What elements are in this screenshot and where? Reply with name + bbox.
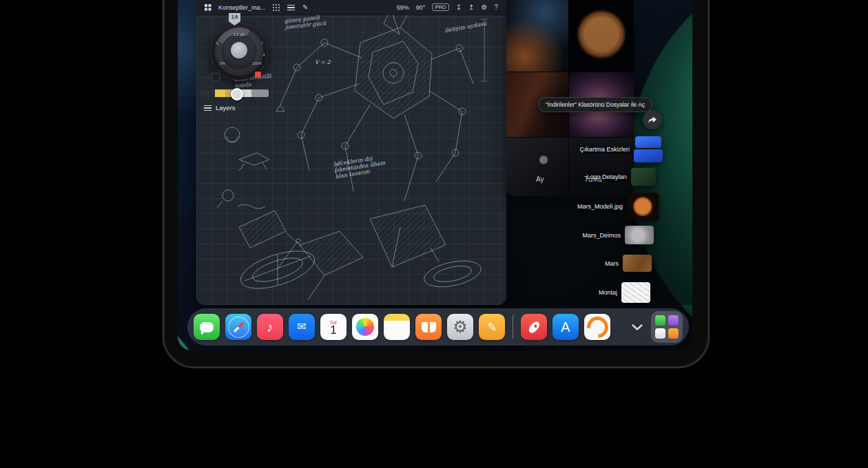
opacity-min-label: 0%: [220, 61, 225, 65]
drag-item-montage[interactable]: Montaj: [599, 282, 650, 303]
chevron-down-button[interactable]: [629, 319, 645, 335]
notes-app-icon[interactable]: [384, 314, 410, 340]
sticker-stack-thumbnail[interactable]: [634, 136, 663, 162]
drag-item-label: Logo Detayları: [586, 173, 627, 180]
flower-icon: [356, 318, 374, 336]
sketch-app-window: güneş paneli jeneratör gücü iletişim uyd…: [196, 0, 506, 305]
drag-item-logo[interactable]: Logo Detayları: [586, 168, 656, 186]
menu-icon[interactable]: [287, 5, 295, 10]
dock-divider: [513, 315, 513, 339]
mini-app-orange: [668, 328, 679, 339]
gear-icon: ⚙: [453, 319, 468, 335]
zoom-level[interactable]: 59%: [397, 4, 409, 11]
share-forward-button[interactable]: [643, 110, 662, 129]
logo-thumbnail[interactable]: [631, 168, 656, 186]
dock: ♪ ✉ Sal 1 ⚙ ✎ A: [187, 308, 689, 345]
document-title[interactable]: Konseptler_ma...: [218, 4, 265, 11]
compass-icon: [228, 317, 249, 338]
download-icon[interactable]: ↧: [456, 4, 462, 11]
sketch-pencil-app-icon[interactable]: ✎: [479, 314, 505, 340]
share-export-icon[interactable]: ↥: [468, 4, 474, 11]
help-icon[interactable]: ?: [494, 4, 498, 11]
app-library-icon[interactable]: [651, 311, 683, 343]
clip-icon[interactable]: [211, 73, 220, 81]
settings-app-icon[interactable]: ⚙: [447, 314, 473, 340]
ring-icon: [584, 314, 610, 340]
swatch-gray[interactable]: [251, 89, 269, 97]
orange-ring-app-icon[interactable]: [584, 314, 610, 340]
precision-dots-icon[interactable]: [273, 4, 280, 11]
gallery-grid-icon[interactable]: [205, 4, 211, 10]
record-icon[interactable]: [255, 72, 261, 78]
rocket-icon: [527, 319, 541, 334]
chat-bubble-icon: [200, 322, 214, 332]
sketch-toolbar: Konseptler_ma... ✎ 59% 90° PRO ↧ ↥ ⚙ ?: [196, 0, 506, 15]
rocket-app-icon[interactable]: [521, 314, 547, 340]
layers-label: Layers: [216, 104, 236, 111]
annotation-velocity: V = 2: [315, 59, 331, 65]
calendar-app-icon[interactable]: Sal 1: [320, 314, 347, 340]
music-note-icon: ♪: [267, 321, 273, 334]
books-app-icon[interactable]: [415, 314, 442, 340]
color-strip-handle[interactable]: [231, 88, 243, 100]
layers-icon: [204, 105, 211, 111]
drag-item-mars[interactable]: Mars: [605, 255, 652, 272]
chevron-down-icon: [632, 324, 643, 330]
layers-button[interactable]: Layers: [204, 104, 236, 111]
album-label-moon[interactable]: Ay: [536, 176, 544, 183]
drag-item-label: Mars: [605, 260, 619, 267]
deimos-thumbnail[interactable]: [625, 226, 654, 244]
mini-app-white: [655, 328, 665, 339]
envelope-icon: ✉: [297, 321, 306, 332]
mars-thumbnail[interactable]: [623, 255, 652, 272]
note-tool-icon[interactable]: ♪: [261, 40, 264, 45]
opacity-max-label: 100%: [252, 61, 262, 65]
open-book-icon: [422, 322, 436, 332]
drag-item-label: Çıkartma Eskizleri: [579, 146, 630, 153]
pro-badge[interactable]: PRO: [432, 3, 448, 12]
mini-app-green: [655, 315, 665, 326]
calendar-day: 1: [330, 325, 336, 336]
drag-item-mars-deimos[interactable]: Mars_Deimos: [582, 226, 654, 244]
messages-app-icon[interactable]: [194, 314, 220, 340]
mini-app-purple: [668, 315, 679, 326]
share-forward-icon: [647, 114, 658, 125]
tool-wheel-knob[interactable]: [231, 42, 247, 58]
drag-item-label: Mars_Deimos: [582, 232, 621, 239]
stage: güneş paneli jeneratör gücü iletişim uyd…: [0, 0, 868, 468]
brush-icon[interactable]: ✎: [216, 41, 220, 46]
safari-app-icon[interactable]: [225, 314, 251, 340]
drag-item-stickers[interactable]: Çıkartma Eskizleri: [579, 136, 663, 162]
music-app-icon[interactable]: ♪: [257, 314, 283, 340]
mail-app-icon[interactable]: ✉: [289, 314, 315, 340]
drag-item-label: Mars_Modeli.jpg: [577, 203, 623, 210]
brush-size-label: 1.6 pts: [211, 32, 267, 36]
swatch-yellow[interactable]: [215, 89, 225, 97]
montage-thumbnail[interactable]: [621, 282, 650, 303]
photos-app-icon[interactable]: [352, 314, 378, 340]
ipad-screen: güneş paneli jeneratör gücü iletişim uyd…: [178, 0, 692, 350]
swatch-dark[interactable]: [200, 89, 215, 97]
open-downloads-tooltip[interactable]: “İndirilenler” Klasörünü Dosyalar ile Aç: [538, 97, 652, 112]
pencil-icon: ✎: [487, 321, 497, 333]
contrast-icon[interactable]: ◐: [263, 52, 266, 57]
app-store-icon[interactable]: A: [552, 314, 579, 340]
mars-model-thumbnail[interactable]: [627, 193, 659, 220]
pen-tool-icon[interactable]: ✎: [302, 4, 308, 11]
drag-item-label: Montaj: [599, 289, 617, 296]
appstore-a-icon: A: [561, 320, 570, 334]
settings-gear-icon[interactable]: ⚙: [481, 4, 487, 11]
rotation-angle[interactable]: 90°: [416, 4, 426, 11]
drag-item-mars-model[interactable]: Mars_Modeli.jpg: [577, 193, 659, 220]
